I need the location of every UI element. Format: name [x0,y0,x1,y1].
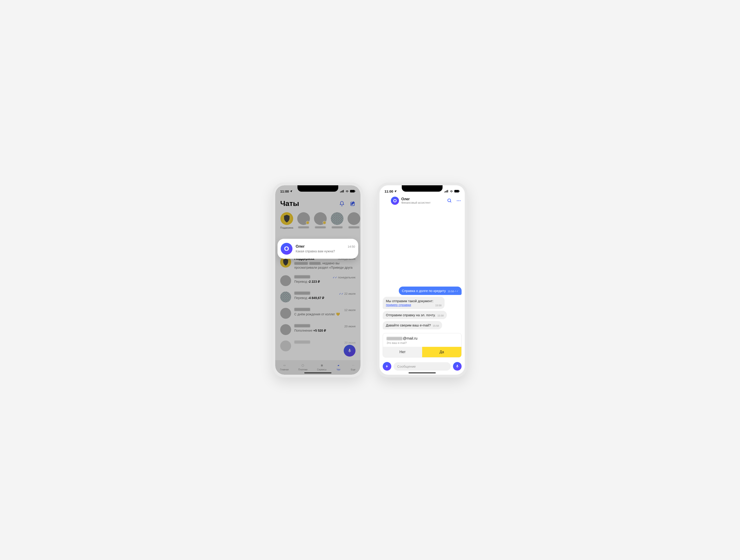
svg-rect-9 [446,190,447,192]
svg-point-16 [458,200,459,201]
back-button[interactable] [383,198,389,204]
avatar [280,308,291,319]
email-redacted [386,337,402,340]
story-label: Поддержка [280,226,293,229]
phone-right: 11:00 O Олег Финансовый ассистент [377,183,467,377]
svg-rect-5 [355,191,355,192]
mic-icon [455,364,459,368]
chat-preview: С днём рождения от коллег 💛 [294,312,356,317]
battery-icon [454,190,460,193]
chat-row-transfer[interactable]: ✓✓22 июля Перевод -4 849,67 ₽ [275,289,361,305]
voice-input-button[interactable] [453,362,462,371]
chat-name-redacted [294,324,310,327]
svg-point-13 [448,199,451,202]
messages: Справка о долге по кредиту 15:58✓✓ Мы от… [379,207,465,332]
yes-button[interactable]: Да [422,347,461,357]
svg-rect-3 [343,190,344,193]
no-button[interactable]: Нет [383,347,422,357]
svg-rect-7 [444,192,445,193]
chat-time: 20 июня [344,341,356,344]
message-time: 15:58 [435,304,442,307]
chat-row-oleg-highlight[interactable]: O Олег 14:50 Какая справка вам нужна? [278,239,358,259]
stories-row: Поддержка [275,210,361,232]
svg-point-17 [460,200,461,201]
message-in[interactable]: Мы отправим такой документ: пример справ… [383,297,445,309]
voice-fab[interactable] [344,345,356,357]
chat-time: 12 июля [344,308,356,312]
svg-line-14 [450,201,451,203]
oleg-avatar: O [391,197,399,205]
email-sublabel: Это ваш e-mail? [386,341,458,345]
story-item[interactable] [314,212,327,229]
location-icon [290,190,292,193]
chat-name-redacted [294,275,310,278]
wifi-icon [345,190,349,193]
bell-icon[interactable] [339,201,345,206]
more-icon: ⋯ [351,363,356,368]
tab-home[interactable]: ▭Главная [280,363,289,371]
wifi-icon [450,190,453,193]
svg-rect-1 [341,191,342,192]
tab-chat[interactable]: ▰Чат [336,363,341,371]
phone-left: 11:00 Чаты [273,183,363,377]
page-title: Чаты [280,199,299,208]
story-support[interactable]: Поддержка [280,212,293,229]
story-item[interactable] [348,212,360,229]
message-text: Давайте сверим ваш e-mail? [386,323,431,327]
notch [297,185,338,192]
chat-name: Олег [296,244,305,249]
search-icon[interactable] [447,198,452,203]
story-item[interactable] [331,212,344,229]
message-text: Отправим справку на эл. почту. [386,313,436,317]
tab-more[interactable]: ⋯Еще [351,363,356,371]
message-in[interactable]: Отправим справку на эл. почту. 15:58 [383,311,447,319]
document-link[interactable]: пример справки [386,303,411,307]
chat-icon: ▰ [336,363,341,368]
svg-rect-11 [454,190,459,192]
chat-time: 20 июня [344,325,356,328]
oleg-avatar: O [281,243,292,255]
message-text: Мы отправим такой документ: пример справ… [386,299,434,307]
message-in[interactable]: Давайте сверим ваш e-mail? 15:58 [383,321,442,329]
svg-rect-8 [446,191,446,192]
signal-icon [444,190,448,193]
notch [402,185,443,192]
lightning-icon [385,364,389,368]
chat-name-redacted [294,308,310,311]
chat-row-birthday[interactable]: 12 июля С днём рождения от коллег 💛 [275,305,361,321]
home-indicator [304,372,332,373]
mic-icon [347,348,352,353]
story-item[interactable] [297,212,310,229]
status-time: 11:00 [280,189,289,193]
avatar [280,275,291,286]
chat-row-transfer[interactable]: ✓✓понедельник Перевод -2 223 ₽ [275,272,361,289]
tab-services[interactable]: ▦Сервисы [317,363,327,371]
chat-name-redacted [294,292,310,295]
card-icon: ▭ [282,363,287,368]
chat-name-redacted [294,340,310,344]
more-icon[interactable] [456,198,461,203]
chat-row-topup[interactable]: 20 июня Пополнение +5 520 ₽ [275,321,361,338]
tab-payments[interactable]: ◯Платежи [298,363,308,371]
chat-time: 14:50 [348,245,355,248]
message-out[interactable]: Справка о долге по кредиту 15:58✓✓ [399,287,462,295]
chat-header-name: Олег [401,197,445,201]
quick-action-button[interactable] [383,362,391,371]
svg-rect-10 [448,190,448,193]
chat-header-subtitle: Финансовый ассистент [401,201,445,204]
message-time: 15:58 [433,324,439,327]
compose-icon[interactable] [350,201,356,206]
avatar [280,324,291,335]
email+confirm-card: @mail.ru Это ваш e-mail? Нет Да [383,333,462,357]
shield-icon [283,259,289,265]
message-time: 15:58 [437,314,444,317]
home-indicator [408,372,436,373]
shield-icon [283,215,290,222]
message-input[interactable]: Сообщение [393,362,451,371]
chat-preview: Пополнение +5 520 ₽ [294,329,356,333]
svg-rect-12 [459,191,460,192]
svg-rect-0 [340,192,341,193]
location-icon [394,190,397,193]
signal-icon [340,190,344,193]
read-checks-icon: ✓✓ [333,276,337,279]
